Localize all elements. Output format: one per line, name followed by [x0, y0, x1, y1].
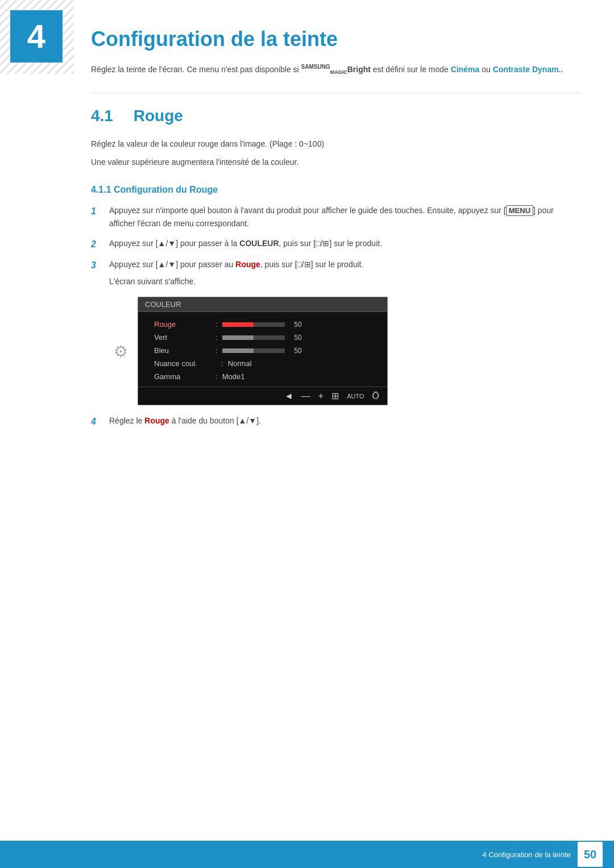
chapter-description: Réglez la teinte de l'écran. Ce menu n'e… [91, 63, 580, 77]
vert-bar-bg [222, 335, 285, 340]
nav-label-auto: AUTO [347, 393, 364, 400]
section-41-desc2: Une valeur supérieure augmentera l'inten… [91, 156, 580, 169]
menu-row-vert: Vert : 50 [150, 331, 378, 344]
rouge-bar-fill [222, 322, 254, 327]
section-41-desc1: Réglez la valeur de la couleur rouge dan… [91, 138, 580, 151]
nav-icon-power: Ö [372, 391, 379, 401]
step-2: 2 Appuyez sur [▲/▼] pour passer à la COU… [91, 237, 580, 252]
subsection-411: 4.1.1 Configuration du Rouge 1 Appuyez s… [91, 185, 580, 429]
cinema-link: Cinéma [451, 65, 480, 74]
step-1-number: 1 [91, 204, 105, 219]
section-separator [91, 93, 580, 93]
section-41-heading: Rouge [134, 107, 183, 124]
chapter-desc-part1: Réglez la teinte de l'écran. Ce menu n'e… [91, 65, 301, 74]
step-4: 4 Réglez le Rouge à l'aide du bouton [▲/… [91, 414, 580, 429]
rouge-label-step4: Rouge [144, 416, 169, 425]
menu-row-gamma: Gamma : Mode1 [150, 370, 378, 383]
section-41-number: 4.1 [91, 107, 113, 124]
nuance-item-value: Normal [228, 359, 252, 368]
monitor-menu: Rouge : 50 [138, 312, 387, 387]
bright-label: Bright [347, 65, 371, 74]
menu-row-bleu: Bleu : 50 [150, 344, 378, 357]
subsection-411-title: 4.1.1 Configuration du Rouge [91, 185, 580, 195]
footer-chapter-text: 4 Configuration de la teinte [483, 850, 571, 859]
menu-key: MENU [506, 205, 533, 216]
step-1: 1 Appuyez sur n'importe quel bouton à l'… [91, 204, 580, 230]
rouge-item-label: Rouge [154, 320, 211, 329]
chapter-desc-part2: est défini sur le mode [371, 65, 451, 74]
rouge-bar-bg [222, 322, 285, 327]
monitor-nav-bar: ◄ — + ⊞ AUTO Ö [138, 387, 387, 405]
menu-row-rouge: Rouge : 50 [150, 318, 378, 331]
monitor-ui: COULEUR Rouge : [138, 297, 388, 405]
main-content: Configuration de la teinte Réglez la tei… [74, 0, 614, 486]
page-footer: 4 Configuration de la teinte 50 [0, 841, 614, 868]
chapter-number: 4 [27, 20, 45, 53]
nav-icon-plus: + [318, 391, 323, 401]
step-3-subtext: L'écran suivant s'affiche. [109, 275, 580, 288]
step-3-number: 3 [91, 258, 105, 273]
steps-list: 1 Appuyez sur n'importe quel bouton à l'… [91, 204, 580, 429]
section-41: 4.1 Rouge Réglez la valeur de la couleur… [91, 107, 580, 429]
ou-text: ou [479, 65, 492, 74]
contraste-link: Contraste Dynam.. [493, 65, 563, 74]
rouge-bar-container: 50 [222, 321, 302, 329]
vert-bar-value: 50 [288, 334, 302, 342]
step-3-row: 3 Appuyez sur [▲/▼] pour passer au Rouge… [91, 258, 580, 273]
vert-bar-container: 50 [222, 334, 302, 342]
gamma-item-value: Mode1 [222, 372, 245, 381]
nav-icon-minus: — [301, 391, 310, 401]
gamma-item-label: Gamma [154, 372, 211, 381]
nav-icon-left: ◄ [284, 391, 293, 401]
section-41-title: 4.1 Rouge [91, 107, 580, 125]
step-2-text: Appuyez sur [▲/▼] pour passer à la COULE… [109, 237, 580, 250]
chapter-number-block: 4 [10, 10, 63, 63]
nuance-item-label: Nuance coul. [154, 359, 217, 368]
bleu-bar-bg [222, 348, 285, 353]
magic-label: MAGIC [330, 69, 347, 75]
step-1-text: Appuyez sur n'importe quel bouton à l'av… [109, 204, 580, 230]
monitor-title: COULEUR [145, 300, 181, 309]
bleu-bar-value: 50 [288, 347, 302, 355]
menu-row-nuance: Nuance coul. : Normal [150, 357, 378, 370]
vert-bar-fill [222, 335, 254, 340]
step-3: 3 Appuyez sur [▲/▼] pour passer au Rouge… [91, 258, 580, 405]
monitor-container: ⚙ COULEUR Rouge : [114, 297, 398, 405]
footer-page-number: 50 [578, 842, 603, 867]
samsung-label: SAMSUNG [301, 64, 330, 70]
bleu-bar-fill [222, 348, 254, 353]
rouge-label-step3: Rouge [235, 260, 260, 269]
rouge-bar-value: 50 [288, 321, 302, 329]
step-2-number: 2 [91, 237, 105, 252]
monitor-title-bar: COULEUR [138, 297, 387, 312]
nav-icon-enter: ⊞ [331, 391, 339, 401]
step-3-text: Appuyez sur [▲/▼] pour passer au Rouge, … [109, 258, 580, 271]
chapter-title: Configuration de la teinte [91, 27, 580, 51]
couleur-label: COULEUR [239, 239, 279, 248]
step-4-text: Réglez le Rouge à l'aide du bouton [▲/▼]… [109, 414, 580, 427]
vert-item-label: Vert [154, 333, 211, 342]
bleu-item-label: Bleu [154, 346, 211, 355]
step-4-number: 4 [91, 414, 105, 429]
gear-icon: ⚙ [114, 342, 128, 360]
bleu-bar-container: 50 [222, 347, 302, 355]
